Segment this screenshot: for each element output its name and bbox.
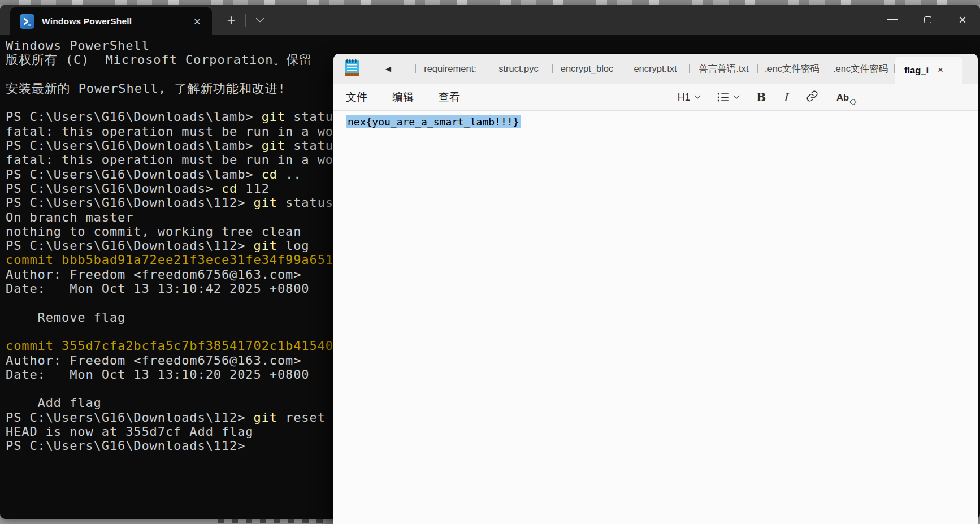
selected-text[interactable]: nex{you_are_a_smart_lamb!!!}	[346, 115, 521, 128]
close-button[interactable]: ×	[945, 5, 980, 35]
chevron-down-icon	[695, 93, 701, 99]
menu-edit[interactable]: 编辑	[386, 90, 420, 105]
notepad-tab[interactable]: encrypt_bloc	[553, 54, 621, 84]
bullet-list-icon	[717, 92, 729, 102]
notepad-tab-label: requirement:	[424, 63, 476, 74]
notepad-tab-label: 兽言兽语.txt	[699, 63, 748, 75]
link-icon	[805, 89, 819, 103]
editor-area[interactable]: nex{you_are_a_smart_lamb!!!}	[333, 111, 978, 524]
notepad-tabbar: ◀ requirement:struct.pycencrypt_blocencr…	[333, 54, 978, 84]
notepad-tabs: requirement:struct.pycencrypt_blocencryp…	[415, 54, 962, 84]
minimize-icon	[887, 19, 898, 20]
bold-button[interactable]: B	[756, 90, 766, 104]
notepad-tab[interactable]: encrypt.txt	[621, 54, 690, 84]
maximize-icon	[924, 16, 931, 23]
tab-scroll-left-icon[interactable]: ◀	[381, 61, 396, 76]
list-dropdown[interactable]	[717, 92, 739, 102]
titlebar-divider	[245, 14, 246, 27]
notepad-tab-active[interactable]: flag_i×	[895, 57, 962, 84]
chevron-down-icon	[256, 14, 264, 22]
notepad-tab-label: struct.pyc	[498, 63, 539, 74]
terminal-tab-close-icon[interactable]: ×	[186, 7, 209, 35]
maximize-button[interactable]	[910, 5, 945, 35]
notepad-menubar: 文件 编辑 查看 H1	[333, 84, 978, 111]
heading-dropdown[interactable]: H1	[678, 92, 700, 103]
terminal-titlebar[interactable]: Windows PowerShell × + ×	[0, 5, 980, 35]
notepad-tab-label: encrypt_bloc	[561, 63, 614, 74]
tab-dropdown-button[interactable]	[250, 5, 270, 35]
notepad-tab[interactable]: 兽言兽语.txt	[690, 54, 758, 84]
clear-format-button[interactable]: Ab	[836, 92, 855, 103]
notepad-tab[interactable]: .enc文件密码	[758, 54, 826, 84]
italic-button[interactable]: I	[783, 90, 788, 104]
terminal-line: Windows PowerShell	[6, 38, 980, 53]
notepad-tab[interactable]: .enc文件密码	[826, 54, 895, 84]
format-toolbar: H1 B I	[678, 84, 855, 111]
menu-file[interactable]: 文件	[340, 90, 374, 105]
notepad-tab[interactable]: struct.pyc	[484, 54, 553, 84]
link-button[interactable]	[805, 89, 819, 105]
minimize-button[interactable]	[875, 5, 910, 35]
notepad-tab-label: flag_i	[904, 65, 929, 76]
clear-format-label: Ab	[836, 92, 849, 102]
eraser-icon	[849, 98, 857, 106]
desktop: Windows PowerShell × + × Windows PowerSh…	[0, 0, 980, 524]
background-window-text-fragment	[218, 519, 331, 523]
terminal-tab-title: Windows PowerShell	[42, 16, 186, 27]
notepad-tab-label: .enc文件密码	[833, 63, 888, 75]
new-tab-button[interactable]: +	[220, 5, 242, 35]
notepad-tab[interactable]: requirement:	[416, 54, 484, 84]
powershell-icon	[20, 14, 34, 29]
heading-label: H1	[678, 92, 690, 103]
tab-close-icon[interactable]: ×	[938, 64, 943, 76]
notepad-icon	[344, 59, 361, 78]
chevron-down-icon	[734, 93, 740, 99]
menu-view[interactable]: 查看	[432, 90, 466, 105]
notepad-tab-label: .enc文件密码	[765, 63, 819, 75]
terminal-tab[interactable]: Windows PowerShell ×	[10, 7, 212, 35]
notepad-window: ◀ requirement:struct.pycencrypt_blocencr…	[333, 54, 978, 524]
notepad-tab-label: encrypt.txt	[634, 63, 677, 74]
background-window-top-edge	[0, 0, 980, 5]
window-controls: ×	[875, 5, 980, 35]
